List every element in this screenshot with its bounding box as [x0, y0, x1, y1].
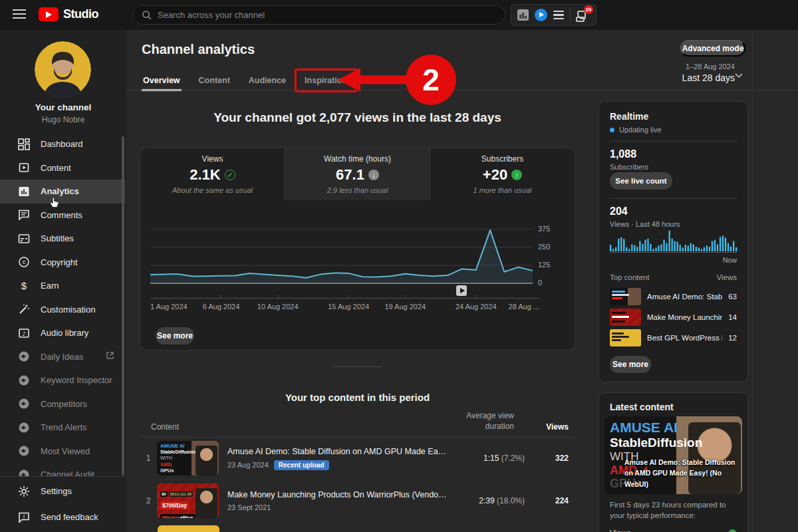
- video-upload-marker-icon[interactable]: [456, 285, 467, 296]
- sidebar-item-content[interactable]: Content: [0, 156, 125, 180]
- stat-card-views[interactable]: Views2.1K✓About the same as usual: [140, 148, 285, 200]
- realtime-top-content-item[interactable]: Make Money Launching Pro...14: [610, 309, 737, 326]
- overview-headline: Your channel got 2,077 views in the last…: [140, 110, 575, 125]
- realtime-top-content-item[interactable]: Best GPL WordPress Plugin ...12: [610, 329, 737, 346]
- live-dot-icon: [610, 128, 614, 132]
- extension-divider: [570, 9, 571, 22]
- chevron-down-icon[interactable]: [733, 69, 745, 84]
- table-header: Content Average view duration Views: [140, 412, 575, 438]
- search-input[interactable]: Search across your channel: [133, 5, 505, 25]
- recent-upload-badge: Recent upload: [274, 460, 329, 470]
- content-rail-divider: [752, 30, 753, 532]
- top-content-title: Your top content in this period: [140, 392, 575, 403]
- chart-see-more-button[interactable]: See more: [156, 327, 194, 344]
- latest-performance-note: First 5 days 23 hours compared to your t…: [610, 499, 737, 521]
- sidebar-menu: DashboardContentAnalyticsCommentsSubtitl…: [0, 132, 125, 487]
- stat-card-subscribers[interactable]: Subscribers+20↑1 more than usual: [430, 148, 575, 200]
- sidebar-item-label: Customisation: [41, 305, 125, 315]
- sidebar-scrollbar[interactable]: [122, 136, 124, 475]
- tubebuddy-icon: [17, 374, 30, 386]
- list-extension-icon[interactable]: [553, 11, 564, 20]
- sidebar-item-customisation[interactable]: Customisation: [0, 298, 125, 322]
- y-tick-label: 250: [538, 243, 565, 251]
- hamburger-menu-icon[interactable]: [13, 9, 26, 20]
- sidebar-item-settings[interactable]: Settings: [0, 479, 125, 503]
- see-live-count-button[interactable]: See live count: [610, 172, 672, 190]
- sidebar-item-label: Audio library: [41, 328, 125, 338]
- tab-audience[interactable]: Audience: [247, 72, 287, 89]
- sidebar-item-daily-ideas[interactable]: Daily Ideas: [0, 345, 125, 369]
- studio-wordmark: Studio: [63, 7, 98, 21]
- sidebar-item-copyright[interactable]: cCopyright: [0, 251, 125, 275]
- analytics-tabs: OverviewContentAudienceInspiration: [142, 70, 348, 90]
- column-header-views: Views: [546, 422, 569, 432]
- sidebar-item-subtitles[interactable]: Subtitles: [0, 227, 125, 251]
- earn-icon: $: [17, 279, 30, 292]
- table-row[interactable]: 1AMUSE AIStableDiffusionWITHAMDGPUsAmuse…: [140, 438, 575, 479]
- extension-badge: 20: [584, 5, 593, 14]
- y-tick-label: 125: [538, 261, 565, 269]
- stat-card-watch-time-hours-[interactable]: Watch time (hours)67.1↓2.9 less than usu…: [285, 148, 430, 200]
- table-row-3-thumbnail-partial[interactable]: [158, 525, 219, 532]
- sidebar-item-label: Trend Alerts: [41, 422, 125, 432]
- video-title: Make Money Launching Products On Warrior…: [227, 490, 454, 499]
- date-preset-text: Last 28 days: [618, 72, 735, 83]
- sidebar-item-competitors[interactable]: Competitors: [0, 392, 125, 416]
- youtube-studio-logo[interactable]: Studio: [39, 7, 98, 21]
- analytics-summary-card: Views2.1K✓About the same as usualWatch t…: [140, 148, 575, 350]
- sidebar-item-keyword-inspector[interactable]: Keyword Inspector: [0, 368, 125, 392]
- video-date: 23 Sept 2021: [227, 503, 271, 511]
- x-tick-label: 6 Aug 2024: [203, 303, 240, 311]
- channel-name: Hugo Nobre: [0, 115, 126, 124]
- browser-extension-cluster: 20: [511, 4, 597, 26]
- video-thumbnail: [610, 309, 641, 326]
- tab-content[interactable]: Content: [198, 72, 231, 89]
- sidebar-item-trend-alerts[interactable]: Trend Alerts: [0, 416, 125, 440]
- customisation-icon: [17, 303, 30, 316]
- badged-extension-icon[interactable]: 20: [577, 8, 590, 23]
- realtime-top-content-item[interactable]: Amuse AI Demo: Stable Diff...63: [610, 288, 737, 305]
- realtime-views-label: Views · Last 48 hours: [610, 220, 737, 228]
- realtime-views-value: 204: [610, 205, 737, 217]
- sidebar-item-comments[interactable]: Comments: [0, 203, 125, 227]
- table-row[interactable]: 2$0$510,111.95$700/DayWarrior+PlusMake M…: [140, 479, 575, 521]
- annotation-step-badge: 2: [406, 55, 456, 105]
- realtime-subscribers-label: Subscribers: [610, 163, 737, 171]
- sidebar-item-most-viewed[interactable]: Most Viewed: [0, 440, 125, 464]
- date-range-selector[interactable]: 1–28 Aug 2024 Last 28 days: [618, 63, 735, 83]
- search-icon: [142, 10, 152, 20]
- divider: [610, 198, 737, 199]
- sidebar-item-label: Competitors: [41, 399, 125, 409]
- channel-label: Your channel: [0, 102, 126, 112]
- channel-avatar[interactable]: [35, 41, 91, 98]
- x-tick-label: 28 Aug ...: [509, 303, 539, 311]
- date-range-text: 1–28 Aug 2024: [618, 63, 735, 70]
- sidebar-item-label: Earn: [41, 281, 125, 291]
- advanced-mode-button[interactable]: Advanced mode: [680, 40, 745, 57]
- views-label: Views: [717, 273, 737, 281]
- sidebar-item-label: Subtitles: [41, 233, 125, 243]
- youtube-play-icon: [39, 7, 59, 21]
- sidebar-item-label: Analytics: [41, 186, 125, 196]
- realtime-subscribers-value: 1,088: [610, 148, 737, 160]
- sidebar-item-earn[interactable]: $Earn: [0, 274, 125, 298]
- sidebar-item-dashboard[interactable]: Dashboard: [0, 132, 125, 156]
- realtime-title: Realtime: [610, 111, 737, 122]
- blue-circle-extension-icon[interactable]: [535, 9, 547, 21]
- x-tick-label: 19 Aug 2024: [384, 303, 426, 311]
- table-body: 1AMUSE AIStableDiffusionWITHAMDGPUsAmuse…: [140, 438, 575, 521]
- views-line-chart[interactable]: [150, 223, 533, 287]
- bar-chart-extension-icon[interactable]: [517, 9, 529, 21]
- sidebar-item-analytics[interactable]: Analytics: [0, 180, 125, 203]
- tab-overview[interactable]: Overview: [142, 72, 182, 89]
- top-content-label: Top content: [610, 273, 649, 281]
- tubebuddy-icon: [17, 445, 30, 458]
- latest-content-card: Latest content AMUSE AI StableDiffusion …: [598, 392, 748, 532]
- sidebar-item-audio-library[interactable]: ♪Audio library: [0, 321, 125, 345]
- latest-video-thumbnail[interactable]: AMUSE AI StableDiffusion WITH AMD GPUs A…: [604, 416, 742, 494]
- realtime-see-more-button[interactable]: See more: [610, 356, 651, 373]
- realtime-card: Realtime Updating live 1,088 Subscribers…: [598, 101, 748, 382]
- up-arrow-icon: ↑: [728, 529, 737, 532]
- sidebar-item-send-feedback[interactable]: !Send feedback: [0, 505, 125, 529]
- left-sidebar: Your channel Hugo Nobre DashboardContent…: [0, 30, 126, 532]
